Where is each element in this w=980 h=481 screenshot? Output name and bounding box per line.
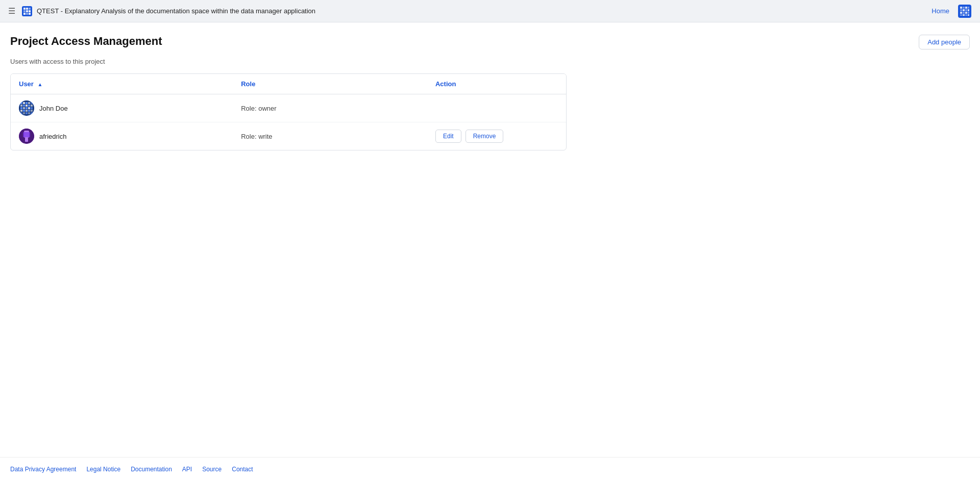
footer-link-api[interactable]: API bbox=[182, 466, 192, 473]
nav-right: Home bbox=[932, 4, 972, 18]
avatar bbox=[19, 129, 34, 144]
svg-rect-14 bbox=[968, 7, 969, 9]
svg-rect-29 bbox=[23, 102, 25, 104]
users-table: User ▲ Role Action bbox=[11, 74, 566, 150]
nav-left: ☰ QTEST - Explanatory Analysis of the do… bbox=[8, 6, 315, 17]
svg-rect-30 bbox=[26, 102, 28, 104]
svg-rect-55 bbox=[23, 132, 30, 137]
svg-rect-7 bbox=[23, 13, 26, 15]
svg-rect-38 bbox=[20, 107, 22, 109]
role-cell: Role: write bbox=[233, 122, 427, 150]
svg-rect-36 bbox=[28, 105, 30, 107]
column-header-action: Action bbox=[427, 74, 566, 94]
remove-button[interactable]: Remove bbox=[465, 130, 504, 143]
svg-rect-26 bbox=[968, 14, 969, 16]
role-cell: Role: owner bbox=[233, 94, 427, 122]
svg-rect-18 bbox=[968, 9, 969, 11]
svg-rect-1 bbox=[23, 8, 26, 10]
svg-rect-8 bbox=[26, 13, 28, 15]
svg-rect-45 bbox=[26, 110, 28, 112]
action-buttons: Edit Remove bbox=[435, 130, 558, 143]
users-table-container: User ▲ Role Action bbox=[10, 73, 567, 150]
svg-rect-49 bbox=[23, 112, 25, 114]
svg-rect-19 bbox=[960, 12, 962, 14]
add-people-button[interactable]: Add people bbox=[919, 35, 970, 49]
svg-rect-28 bbox=[20, 102, 22, 104]
svg-rect-16 bbox=[963, 9, 965, 11]
footer-link-legal-notice[interactable]: Legal Notice bbox=[86, 466, 120, 473]
svg-rect-31 bbox=[28, 102, 30, 104]
svg-rect-52 bbox=[31, 112, 33, 114]
edit-button[interactable]: Edit bbox=[435, 130, 461, 143]
column-header-user[interactable]: User ▲ bbox=[11, 74, 233, 94]
page-subtitle: Users with access to this project bbox=[10, 58, 970, 65]
svg-rect-20 bbox=[963, 12, 965, 14]
svg-rect-41 bbox=[28, 107, 30, 109]
svg-rect-4 bbox=[23, 10, 26, 12]
page-header: Project Access Management Add people bbox=[10, 35, 970, 49]
svg-rect-15 bbox=[960, 9, 962, 11]
svg-rect-34 bbox=[23, 105, 25, 107]
nav-title-area: QTEST - Explanatory Analysis of the docu… bbox=[21, 6, 315, 17]
footer-link-data-privacy[interactable]: Data Privacy Agreement bbox=[10, 466, 76, 473]
svg-rect-44 bbox=[23, 110, 25, 112]
svg-rect-22 bbox=[968, 12, 969, 14]
svg-rect-47 bbox=[31, 110, 33, 112]
svg-rect-40 bbox=[26, 107, 28, 109]
sort-asc-icon: ▲ bbox=[38, 82, 43, 87]
main-content: Project Access Management Add people Use… bbox=[0, 22, 980, 457]
footer-link-source[interactable]: Source bbox=[202, 466, 222, 473]
svg-rect-13 bbox=[965, 7, 967, 9]
user-info: John Doe bbox=[19, 100, 225, 116]
svg-rect-24 bbox=[963, 14, 965, 16]
home-link[interactable]: Home bbox=[932, 7, 949, 15]
page-title: Project Access Management bbox=[10, 35, 162, 48]
svg-rect-2 bbox=[26, 8, 28, 10]
svg-rect-17 bbox=[965, 9, 967, 11]
avatar bbox=[19, 100, 34, 116]
action-cell: Edit Remove bbox=[427, 122, 566, 150]
svg-rect-32 bbox=[31, 102, 33, 104]
footer-link-contact[interactable]: Contact bbox=[232, 466, 253, 473]
nav-title: QTEST - Explanatory Analysis of the docu… bbox=[37, 7, 315, 15]
svg-rect-48 bbox=[20, 112, 22, 114]
svg-rect-11 bbox=[960, 7, 962, 9]
action-cell bbox=[427, 94, 566, 122]
user-info: afriedrich bbox=[19, 129, 225, 144]
footer-link-documentation[interactable]: Documentation bbox=[131, 466, 172, 473]
table-header-row: User ▲ Role Action bbox=[11, 74, 566, 94]
table-row: afriedrich Role: write Edit Remove bbox=[11, 122, 566, 150]
svg-rect-43 bbox=[20, 110, 22, 112]
role-text: Role: owner bbox=[241, 105, 276, 112]
svg-rect-6 bbox=[29, 10, 31, 12]
hamburger-icon[interactable]: ☰ bbox=[8, 6, 15, 16]
user-cell: John Doe bbox=[11, 94, 233, 122]
svg-rect-46 bbox=[28, 110, 30, 112]
svg-rect-5 bbox=[26, 10, 28, 12]
user-name: afriedrich bbox=[39, 133, 66, 140]
column-header-role: Role bbox=[233, 74, 427, 94]
svg-rect-39 bbox=[23, 107, 25, 109]
svg-rect-12 bbox=[963, 7, 965, 9]
svg-rect-35 bbox=[26, 105, 28, 107]
svg-rect-51 bbox=[28, 112, 30, 114]
svg-rect-33 bbox=[20, 105, 22, 107]
svg-rect-3 bbox=[29, 8, 31, 10]
top-navbar: ☰ QTEST - Explanatory Analysis of the do… bbox=[0, 0, 980, 22]
svg-rect-56 bbox=[25, 138, 28, 142]
table-row: John Doe Role: owner bbox=[11, 94, 566, 122]
svg-rect-37 bbox=[31, 105, 33, 107]
svg-rect-42 bbox=[31, 107, 33, 109]
user-avatar-icon[interactable] bbox=[958, 4, 972, 18]
svg-rect-25 bbox=[965, 14, 967, 16]
footer: Data Privacy Agreement Legal Notice Docu… bbox=[0, 457, 980, 481]
svg-rect-21 bbox=[965, 12, 967, 14]
role-text: Role: write bbox=[241, 133, 272, 140]
app-icon bbox=[21, 6, 33, 17]
svg-rect-50 bbox=[26, 112, 28, 114]
user-cell: afriedrich bbox=[11, 122, 233, 150]
svg-rect-9 bbox=[29, 13, 31, 15]
svg-rect-23 bbox=[960, 14, 962, 16]
user-name: John Doe bbox=[39, 105, 68, 112]
